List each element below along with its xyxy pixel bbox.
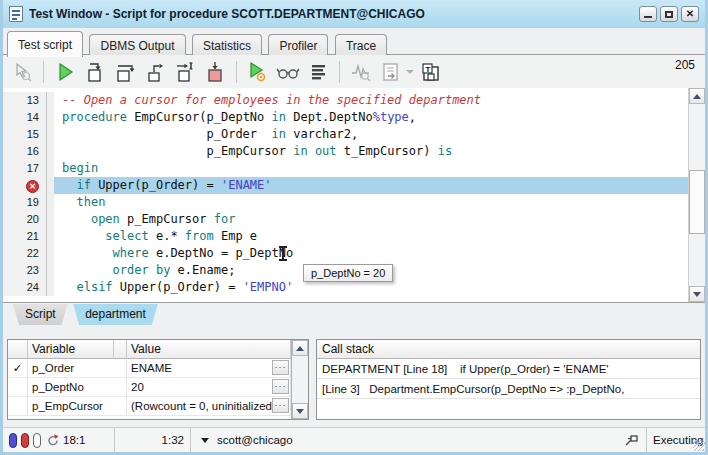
step-out-button[interactable] xyxy=(142,59,168,85)
code-token: varchar2, xyxy=(286,127,358,141)
code-text[interactable]: then xyxy=(54,194,688,211)
gutter-line-number[interactable]: 21 xyxy=(3,228,47,245)
code-line[interactable]: 22 where e.DeptNo = p_DeptNo xyxy=(3,245,688,262)
code-text[interactable]: if Upper(p_Order) = 'ENAME' xyxy=(54,177,688,194)
gutter-line-number[interactable]: 13 xyxy=(3,92,47,109)
code-text[interactable]: p_EmpCursor in out t_EmpCursor) is xyxy=(54,143,688,160)
current-variable-check: ✓ xyxy=(8,359,28,378)
code-line[interactable]: ✕ if Upper(p_Order) = 'ENAME' xyxy=(3,177,688,194)
scroll-down-button[interactable] xyxy=(689,286,705,302)
profiler-button[interactable] xyxy=(348,59,374,85)
step-into-button[interactable] xyxy=(82,59,108,85)
scrollbar-thumb[interactable] xyxy=(689,170,705,234)
tab-dbms-output[interactable]: DBMS Output xyxy=(89,34,185,56)
value-ellipsis-button[interactable]: ··· xyxy=(272,360,289,375)
code-token: open xyxy=(91,212,120,226)
run-to-cursor-button[interactable] xyxy=(172,59,198,85)
code-text[interactable]: open p_EmpCursor for xyxy=(54,211,688,228)
maximize-button[interactable] xyxy=(660,6,678,22)
run-to-cursor-icon xyxy=(174,61,196,83)
code-text[interactable]: begin xyxy=(54,160,688,177)
variable-value[interactable]: 20··· xyxy=(127,378,291,397)
variable-value[interactable]: (Rowcount = 0, uninitialized, ··· xyxy=(127,397,291,416)
code-line[interactable]: 21 select e.* from Emp e xyxy=(3,228,688,245)
code-token xyxy=(62,178,76,192)
arrow-down-icon xyxy=(296,409,304,414)
code-line[interactable]: 20 open p_EmpCursor for xyxy=(3,211,688,228)
toolbar-separator xyxy=(236,61,237,83)
variable-row[interactable]: p_EmpCursor (Rowcount = 0, uninitialized… xyxy=(8,397,291,416)
gutter-line-number[interactable]: 20 xyxy=(3,211,47,228)
inspect-pointer-button[interactable] xyxy=(9,59,35,85)
code-line[interactable]: 19 then xyxy=(3,194,688,211)
code-line[interactable]: 13-- Open a cursor for employees in the … xyxy=(3,92,688,109)
tab-test-script[interactable]: Test script xyxy=(7,31,83,57)
code-text[interactable]: where e.DeptNo = p_DeptNo xyxy=(54,245,688,262)
code-text[interactable]: p_Order in varchar2, xyxy=(54,126,688,143)
run-button[interactable] xyxy=(52,59,78,85)
scroll-down-button[interactable] xyxy=(292,403,308,419)
code-line[interactable]: 15 p_Order in varchar2, xyxy=(3,126,688,143)
scroll-up-button[interactable] xyxy=(292,340,308,356)
code-token: out xyxy=(315,144,337,158)
code-line[interactable]: 17begin xyxy=(3,160,688,177)
gutter-margin xyxy=(47,177,54,194)
gutter-margin xyxy=(47,92,54,109)
value-ellipsis-button[interactable]: ··· xyxy=(272,398,289,413)
scroll-up-button[interactable] xyxy=(689,88,705,104)
pin-icon[interactable] xyxy=(624,433,640,447)
script-output-dropdown-icon[interactable] xyxy=(406,70,414,74)
resize-grip[interactable] xyxy=(693,440,704,451)
gutter-line-number[interactable]: 17 xyxy=(3,160,47,177)
tab-script[interactable]: Script xyxy=(13,304,68,325)
code-text[interactable]: -- Open a cursor for employees in the sp… xyxy=(54,92,688,109)
variables-scrollbar[interactable] xyxy=(291,340,308,419)
call-stack-frame[interactable]: DEPARTMENT [Line 18] if Upper(p_Order) =… xyxy=(317,359,700,379)
code-text[interactable]: procedure EmpCursor(p_DeptNo in Dept.Dep… xyxy=(54,109,688,126)
connection-dropdown-icon[interactable] xyxy=(201,438,209,443)
variable-value-text: 20 xyxy=(131,381,144,393)
script-output-button[interactable] xyxy=(378,59,404,85)
tab-trace[interactable]: Trace xyxy=(335,34,387,56)
variables-header-variable[interactable]: Variable xyxy=(28,340,114,359)
gutter-line-number[interactable]: 16 xyxy=(3,143,47,160)
inspect-pointer-icon xyxy=(11,61,33,83)
debug-toolbar: T 205 xyxy=(3,55,705,88)
variable-row[interactable]: p_DeptNo 20··· xyxy=(8,378,291,397)
gutter-breakpoint-cell[interactable]: ✕ xyxy=(3,177,47,194)
close-button[interactable]: ✕ xyxy=(681,6,699,22)
gutter-line-number[interactable]: 24 xyxy=(3,279,47,296)
value-ellipsis-button[interactable]: ··· xyxy=(272,379,289,394)
cursor-position: 18:1 xyxy=(63,434,85,446)
view-watches-button[interactable] xyxy=(275,59,301,85)
tab-department[interactable]: department xyxy=(73,304,158,325)
code-token xyxy=(62,246,113,260)
connection-name[interactable]: scott@chicago xyxy=(217,434,293,446)
gutter-line-number[interactable]: 23 xyxy=(3,262,47,279)
variable-name[interactable]: p_DeptNo xyxy=(28,378,127,397)
abort-button[interactable] xyxy=(202,59,228,85)
call-stack-button[interactable] xyxy=(305,59,331,85)
code-line[interactable]: 16 p_EmpCursor in out t_EmpCursor) is xyxy=(3,143,688,160)
call-stack-icon xyxy=(307,61,329,83)
gutter-line-number[interactable]: 14 xyxy=(3,109,47,126)
start-debugger-button[interactable] xyxy=(245,59,271,85)
gutter-line-number[interactable]: 22 xyxy=(3,245,47,262)
save-with-text-button[interactable]: T xyxy=(418,59,444,85)
tab-profiler[interactable]: Profiler xyxy=(268,34,328,56)
minimize-button[interactable] xyxy=(639,6,657,22)
variable-value[interactable]: ENAME··· xyxy=(127,359,291,378)
gutter-line-number[interactable]: 19 xyxy=(3,194,47,211)
code-line[interactable]: 14procedure EmpCursor(p_DeptNo in Dept.D… xyxy=(3,109,688,126)
code-token xyxy=(308,144,315,158)
variables-header-value[interactable]: Value xyxy=(127,340,291,359)
code-text[interactable]: select e.* from Emp e xyxy=(54,228,688,245)
gutter-line-number[interactable]: 15 xyxy=(3,126,47,143)
variable-row[interactable]: ✓ p_Order ENAME··· xyxy=(8,359,291,378)
call-stack-frame[interactable]: [Line 3] Department.EmpCursor(p_DeptNo =… xyxy=(317,379,700,399)
tab-statistics[interactable]: Statistics xyxy=(192,34,262,56)
variable-name[interactable]: p_Order xyxy=(28,359,127,378)
step-over-button[interactable] xyxy=(112,59,138,85)
variable-name[interactable]: p_EmpCursor xyxy=(28,397,127,416)
editor-scrollbar[interactable] xyxy=(688,88,705,302)
